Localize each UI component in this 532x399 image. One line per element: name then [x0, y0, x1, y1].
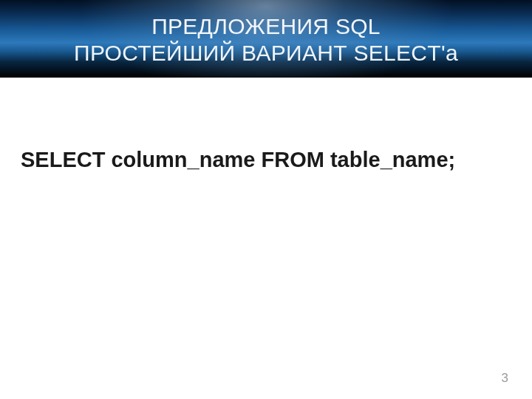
- sql-code-line: SELECT column_name FROM table_name;: [21, 148, 511, 172]
- slide-title-line1: ПРЕДЛОЖЕНИЯ SQL: [0, 14, 532, 39]
- slide-content: SELECT column_name FROM table_name;: [21, 148, 511, 172]
- slide-header: ПРЕДЛОЖЕНИЯ SQL ПРОСТЕЙШИЙ ВАРИАНТ SELEC…: [0, 0, 532, 78]
- slide-title-line2: ПРОСТЕЙШИЙ ВАРИАНТ SELECT'а: [0, 41, 532, 66]
- page-number: 3: [502, 371, 508, 386]
